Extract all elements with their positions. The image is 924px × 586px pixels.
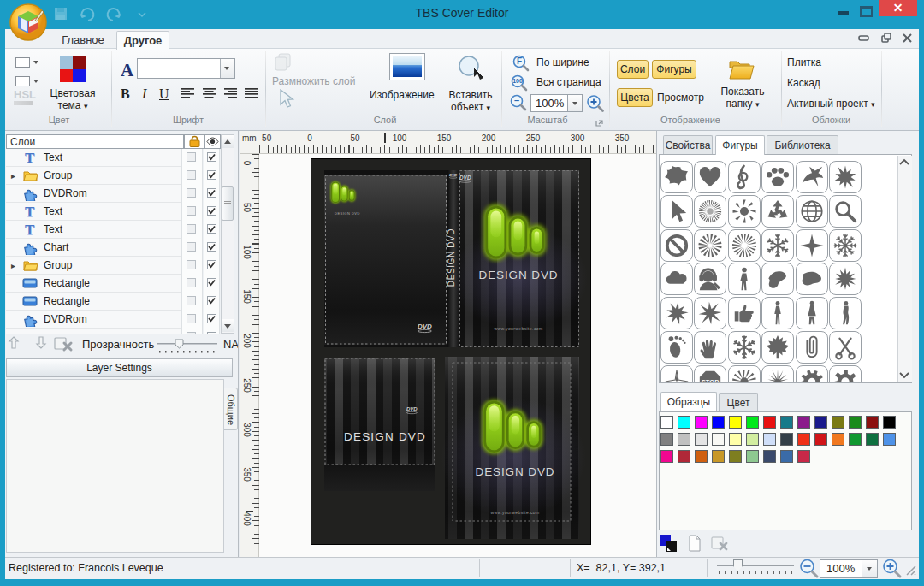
svg-text:www.yourwebsite.com: www.yourwebsite.com xyxy=(494,326,542,331)
svg-text:DESIGN DVD: DESIGN DVD xyxy=(475,465,554,478)
svg-text:–: – xyxy=(514,95,519,105)
svg-text:NA: NA xyxy=(223,338,238,351)
svg-text:F: F xyxy=(517,56,522,66)
svg-text:DESIGN DVD: DESIGN DVD xyxy=(447,228,456,287)
svg-text:www.yourwebsite.com: www.yourwebsite.com xyxy=(490,510,539,515)
svg-text:Прозрачность: Прозрачность xyxy=(82,338,154,351)
svg-text:DESIGN DVD: DESIGN DVD xyxy=(478,269,558,281)
svg-text:DESIGN DVD: DESIGN DVD xyxy=(344,430,426,443)
svg-text:DESIGN DVD: DESIGN DVD xyxy=(335,211,360,216)
svg-text:STOP: STOP xyxy=(702,378,719,383)
svg-text:100: 100 xyxy=(512,78,523,84)
